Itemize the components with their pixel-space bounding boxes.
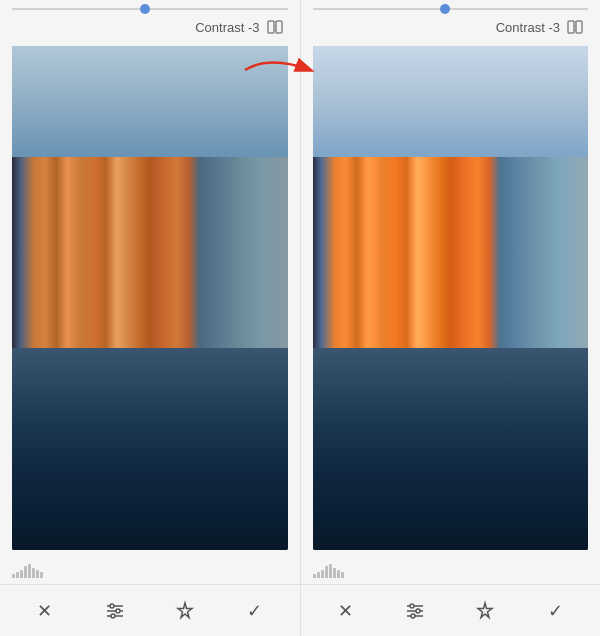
right-image-area [301, 42, 601, 554]
right-split-icon[interactable] [564, 16, 586, 38]
right-slider-thumb[interactable] [440, 4, 450, 14]
left-split-icon[interactable] [264, 16, 286, 38]
hist-bar [40, 572, 43, 578]
hist-bar [313, 574, 316, 578]
svg-point-18 [411, 614, 415, 618]
right-contrast-label: Contrast -3 [437, 20, 564, 35]
left-slider-area: Contrast -3 [0, 0, 300, 42]
svg-point-16 [410, 604, 414, 608]
hist-bar [16, 572, 19, 578]
hist-bar [32, 568, 35, 578]
hist-bar [36, 570, 39, 578]
hist-bar [325, 566, 328, 578]
right-photo-buildings [313, 157, 589, 349]
left-adjust-button[interactable] [97, 593, 133, 629]
left-toolbar-panel: ✕ ✓ [0, 585, 301, 636]
left-histogram-area [0, 554, 300, 584]
main-content: Contrast -3 [0, 0, 600, 584]
left-slider-thumb[interactable] [140, 4, 150, 14]
svg-point-12 [111, 614, 115, 618]
right-panel: Contrast -3 [301, 0, 601, 584]
hist-bar [329, 564, 332, 578]
right-confirm-button[interactable]: ✓ [537, 593, 573, 629]
left-photo [12, 46, 288, 550]
svg-point-11 [116, 609, 120, 613]
right-slider-track[interactable] [313, 8, 589, 10]
right-adjust-button[interactable] [397, 593, 433, 629]
svg-rect-4 [568, 21, 574, 33]
hist-bar [321, 570, 324, 578]
hist-bar [341, 572, 344, 578]
svg-rect-5 [576, 21, 582, 33]
right-effects-button[interactable] [467, 593, 503, 629]
right-toolbar-panel: ✕ ✓ [301, 585, 601, 636]
right-slider-area: Contrast -3 [301, 0, 601, 42]
left-image-area [0, 42, 300, 554]
svg-point-10 [110, 604, 114, 608]
right-histogram-area [301, 554, 601, 584]
right-label-row: Contrast -3 [313, 16, 589, 38]
hist-bar [20, 570, 23, 578]
left-histogram-icon [12, 560, 43, 578]
svg-rect-1 [276, 21, 282, 33]
right-cancel-button[interactable]: ✕ [327, 593, 363, 629]
left-contrast-label: Contrast -3 [137, 20, 264, 35]
hist-bar [333, 568, 336, 578]
hist-bar [12, 574, 15, 578]
left-photo-buildings [12, 157, 288, 349]
left-effects-button[interactable] [167, 593, 203, 629]
hist-bar [28, 564, 31, 578]
hist-bar [317, 572, 320, 578]
right-histogram-icon [313, 560, 344, 578]
bottom-toolbar: ✕ ✓ ✕ [0, 584, 600, 636]
right-photo-water [313, 348, 589, 550]
left-slider-track[interactable] [12, 8, 288, 10]
right-photo [313, 46, 589, 550]
left-label-row: Contrast -3 [12, 16, 288, 38]
left-confirm-button[interactable]: ✓ [237, 593, 273, 629]
left-panel: Contrast -3 [0, 0, 301, 584]
svg-point-17 [416, 609, 420, 613]
left-cancel-button[interactable]: ✕ [27, 593, 63, 629]
hist-bar [337, 570, 340, 578]
svg-rect-0 [268, 21, 274, 33]
hist-bar [24, 566, 27, 578]
left-photo-water [12, 348, 288, 550]
